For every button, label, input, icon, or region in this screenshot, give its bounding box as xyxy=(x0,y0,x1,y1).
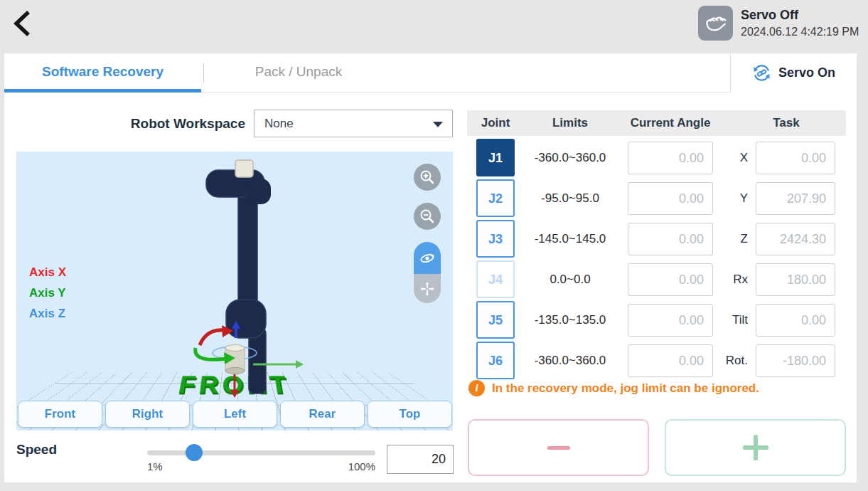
speed-value-input[interactable] xyxy=(387,445,453,473)
view-mode-toggle xyxy=(414,242,441,303)
robot-workspace-label: Robot Workspace xyxy=(127,110,245,137)
tab-pack-unpack[interactable]: Pack / Unpack xyxy=(204,53,393,93)
speed-slider-thumb[interactable] xyxy=(186,444,203,461)
view-top-button[interactable]: Top xyxy=(368,401,452,428)
j1-limits: -360.0~360.0 xyxy=(524,137,616,178)
axis-y-label: Axis Y xyxy=(29,286,66,300)
j3-current-angle-input xyxy=(628,223,713,255)
joint-j2-button[interactable]: J2 xyxy=(476,179,515,217)
hand-guiding-icon xyxy=(698,6,733,41)
datetime-text: 2024.06.12 4:42:19 PM xyxy=(741,26,859,38)
speed-label: Speed xyxy=(16,442,57,458)
task-rx-label: Rx xyxy=(709,259,748,300)
robot-workspace-dropdown[interactable]: None xyxy=(254,110,453,137)
servo-on-label: Servo On xyxy=(778,65,835,80)
task-y-input xyxy=(756,182,835,215)
j3-limits: -145.0~145.0 xyxy=(524,218,616,259)
servo-status-text: Servo Off xyxy=(741,8,798,23)
joint-row-j1: J1 -360.0~360.0 X xyxy=(467,137,846,178)
zoom-in-button[interactable] xyxy=(414,164,441,191)
tab-bar: Software Recovery Pack / Unpack Servo On xyxy=(4,53,857,93)
servo-on-button[interactable]: Servo On xyxy=(730,53,857,93)
zoom-out-button[interactable] xyxy=(414,203,441,230)
j2-current-angle-input xyxy=(628,182,713,215)
j4-limits: 0.0~0.0 xyxy=(524,259,616,300)
view-buttons-row: Front Right Left Rear Top xyxy=(18,401,452,428)
joint-row-j5: J5 -135.0~135.0 Tilt xyxy=(467,300,846,340)
plus-icon xyxy=(743,435,768,460)
pan-move-icon xyxy=(419,280,436,297)
back-button[interactable] xyxy=(10,9,34,38)
back-chevron-icon xyxy=(10,9,34,38)
task-x-input xyxy=(756,142,835,174)
joint-row-j3: J3 -145.0~145.0 Z xyxy=(467,218,846,259)
speed-min-label: 1% xyxy=(147,460,163,472)
robot-arm-model xyxy=(16,152,453,431)
joint-j1-button[interactable]: J1 xyxy=(476,139,515,176)
workspace-selected-value: None xyxy=(264,110,294,137)
task-y-label: Y xyxy=(709,178,748,218)
col-limits: Limits xyxy=(524,110,616,136)
joint-row-j6: J6 -360.0~360.0 Rot. xyxy=(467,340,846,381)
j2-limits: -95.0~95.0 xyxy=(524,178,616,218)
joint-j4-button: J4 xyxy=(476,260,515,298)
info-icon: i xyxy=(468,380,485,396)
zoom-in-icon xyxy=(419,169,435,185)
robot-3d-viewport[interactable]: FRONT xyxy=(16,152,453,431)
view-front-button[interactable]: Front xyxy=(18,401,102,428)
j5-current-angle-input xyxy=(628,304,713,337)
j5-limits: -135.0~135.0 xyxy=(524,300,616,340)
speed-max-label: 100% xyxy=(326,460,375,472)
zoom-out-icon xyxy=(419,208,435,224)
dropdown-caret-icon xyxy=(433,122,443,127)
task-rot-input xyxy=(756,344,835,377)
axis-x-label: Axis X xyxy=(29,265,66,280)
task-x-label: X xyxy=(709,137,748,178)
rotate-view-button[interactable] xyxy=(414,242,441,274)
axis-z-label: Axis Z xyxy=(29,307,65,321)
task-tilt-label: Tilt xyxy=(709,300,748,340)
pan-view-button[interactable] xyxy=(414,274,441,303)
joint-j6-button[interactable]: J6 xyxy=(476,342,515,379)
minus-icon xyxy=(547,446,570,450)
task-rot-label: Rot. xyxy=(709,340,748,381)
rotate-3d-icon xyxy=(419,250,436,267)
active-tab-underline xyxy=(4,89,201,93)
task-tilt-input xyxy=(756,304,835,337)
tab-software-recovery[interactable]: Software Recovery xyxy=(4,53,201,93)
col-current-angle: Current Angle xyxy=(616,110,724,136)
recovery-notice-text: In the recovery mode, jog limit can be i… xyxy=(492,380,759,396)
col-task: Task xyxy=(744,110,829,136)
main-card: Software Recovery Pack / Unpack Servo On… xyxy=(4,53,857,482)
j4-current-angle-input xyxy=(628,263,713,296)
view-rear-button[interactable]: Rear xyxy=(280,401,365,428)
speed-slider-track[interactable] xyxy=(147,450,375,455)
jog-plus-button[interactable] xyxy=(665,419,846,476)
joint-row-j4: J4 0.0~0.0 Rx xyxy=(467,259,846,300)
view-left-button[interactable]: Left xyxy=(193,401,277,428)
col-joint: Joint xyxy=(467,110,524,136)
joint-j3-button[interactable]: J3 xyxy=(476,220,515,258)
task-z-input xyxy=(756,223,835,255)
task-z-label: Z xyxy=(709,218,748,259)
speed-value-box xyxy=(387,445,454,474)
jog-minus-button[interactable] xyxy=(468,419,649,476)
task-rx-input xyxy=(756,263,835,296)
j6-current-angle-input xyxy=(628,344,713,377)
joint-j5-button[interactable]: J5 xyxy=(476,301,515,339)
recovery-screen: Servo Off 2024.06.12 4:42:19 PM Software… xyxy=(0,0,868,491)
servo-on-icon xyxy=(752,63,771,83)
j1-current-angle-input xyxy=(628,142,713,174)
joint-table-header: Joint Limits Current Angle Task xyxy=(467,110,846,136)
view-right-button[interactable]: Right xyxy=(105,401,190,428)
joint-row-j2: J2 -95.0~95.0 Y xyxy=(467,178,846,218)
j6-limits: -360.0~360.0 xyxy=(524,340,616,381)
